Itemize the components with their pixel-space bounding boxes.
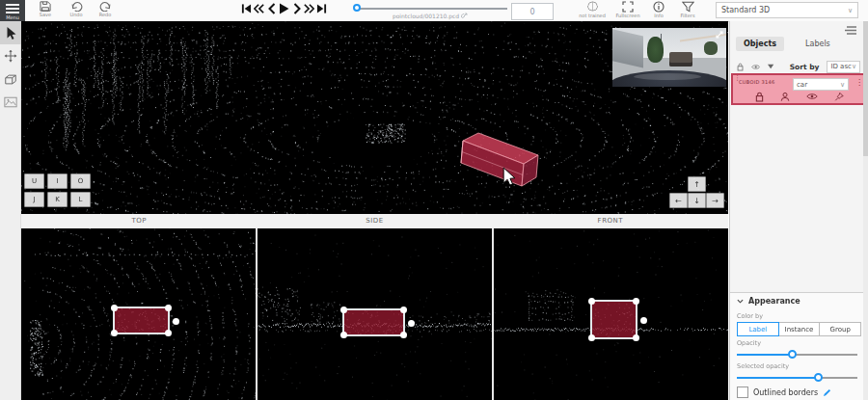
pin-icon[interactable] [834,92,844,102]
top-toolbar: Menu Save Undo Redo pointcloud/001210.p [0,0,868,22]
key-u-button[interactable]: U [24,173,44,189]
opacity-slider[interactable] [737,349,861,360]
expand-icon[interactable] [715,30,724,40]
top-view[interactable] [21,228,256,400]
filter-icon [682,1,694,13]
resize-handle[interactable] [400,307,407,313]
fast-backward-button[interactable] [254,2,264,14]
arrow-right-button[interactable]: → [706,193,724,208]
arrow-left-button[interactable]: ← [669,193,688,208]
not-trained-button[interactable]: not trained [577,1,608,18]
resize-handle[interactable] [340,307,347,313]
front-view[interactable] [494,228,728,400]
info-button[interactable]: Info [644,1,673,18]
appearance-header[interactable]: Appearance [730,293,868,309]
outlined-borders-checkbox[interactable] [737,387,748,398]
resize-handle[interactable] [633,334,639,341]
tool-sidebar [0,21,21,400]
resize-handle[interactable] [588,334,595,341]
opacity-slider-handle[interactable] [788,350,797,359]
view-mode-select[interactable]: Standard 3D ∨ [716,2,858,18]
caret-down-icon[interactable] [768,64,773,69]
menu-label: Menu [0,14,25,20]
menu-button[interactable]: Menu [0,0,25,21]
rotate-handle[interactable] [408,320,415,327]
eye-icon[interactable] [806,92,818,101]
camera-thumbnail[interactable] [612,28,726,87]
resize-handle[interactable] [111,330,118,336]
resize-handle[interactable] [165,330,172,336]
filters-button[interactable]: Filters [673,1,702,18]
select-tool-button[interactable] [0,21,21,44]
undo-icon [70,1,83,12]
edit-pencil-icon[interactable] [823,388,831,397]
cuboid-tool-button[interactable] [0,67,21,91]
image-tool-button[interactable] [0,91,21,114]
object-menu-icon[interactable]: ⋮ [855,78,863,87]
fast-forward-button[interactable] [304,2,314,14]
redo-icon [99,1,112,12]
filename-label: pointcloud/001210.pcd [353,13,507,19]
not-trained-label: not trained [577,13,608,18]
tab-labels[interactable]: Labels [798,37,838,51]
resize-handle[interactable] [633,298,639,305]
key-k-button[interactable]: K [47,192,68,207]
key-o-button[interactable]: O [70,173,91,189]
key-i-button[interactable]: I [47,173,68,189]
cuboid-icon [4,73,17,86]
selected-opacity-slider[interactable] [737,372,861,383]
resize-handle[interactable] [111,305,118,311]
color-by-instance-button[interactable]: Instance [778,322,821,336]
play-button[interactable] [279,2,289,14]
object-list-item-selected[interactable]: ⋮ CUBOID 3146 car ∨ ⋮ [731,73,867,105]
key-l-button[interactable]: L [70,192,91,207]
selected-opacity-label: Selected opacity [737,362,861,370]
rotate-handle[interactable] [640,317,647,324]
timeline-handle[interactable] [353,4,361,12]
panel-scrollbar-thumb[interactable] [863,21,868,156]
undo-button[interactable]: Undo [62,1,91,17]
color-by-label-button[interactable]: Label [737,322,779,336]
save-label: Save [31,12,60,17]
selected-opacity-slider-handle[interactable] [814,373,823,382]
image-icon [4,96,17,108]
key-j-button[interactable]: J [24,192,44,207]
sort-select[interactable]: ID asc... ∨ [827,61,860,73]
skip-end-button[interactable] [316,2,327,14]
resize-handle[interactable] [340,332,347,338]
panel-scrollbar[interactable] [863,21,868,400]
filters-label: Filters [673,13,702,18]
pan-tool-button[interactable] [0,44,21,67]
person-icon[interactable] [780,92,790,102]
save-button[interactable]: Save [31,1,60,17]
object-class-select[interactable]: car ∨ [793,78,849,91]
resize-handle[interactable] [400,332,407,338]
resize-handle[interactable] [588,298,595,305]
color-by-group-button[interactable]: Group [819,322,861,336]
eye-icon[interactable] [751,63,760,71]
cuboid-annotation-top[interactable] [113,307,170,334]
fullscreen-button[interactable]: Fullscreen [613,1,642,18]
side-view[interactable] [258,228,492,400]
resize-handle[interactable] [165,305,172,311]
outlined-borders-row: Outlined borders [737,387,861,398]
arrow-up-button[interactable]: ↑ [688,176,706,192]
tab-objects[interactable]: Objects [736,37,784,51]
frame-number-input[interactable] [511,3,554,20]
panel-menu-icon[interactable] [844,25,857,36]
skip-start-button[interactable] [241,2,252,14]
redo-button[interactable]: Redo [91,1,120,17]
cuboid-annotation-side[interactable] [342,308,405,336]
previous-frame-button[interactable] [266,2,277,14]
cam-vehicle [669,52,692,67]
fullscreen-icon [622,1,634,13]
rotate-handle[interactable] [173,318,179,325]
arrow-down-button[interactable]: ↓ [688,193,706,208]
info-label: Info [644,13,673,18]
lock-icon[interactable] [755,92,764,102]
next-frame-button[interactable] [291,2,302,14]
cuboid-annotation-front[interactable] [590,300,637,339]
main-3d-view[interactable]: U I O J K L ↑ ← ↓ → [21,21,728,214]
timeline-track[interactable] [357,8,507,10]
lock-icon[interactable] [737,62,744,72]
